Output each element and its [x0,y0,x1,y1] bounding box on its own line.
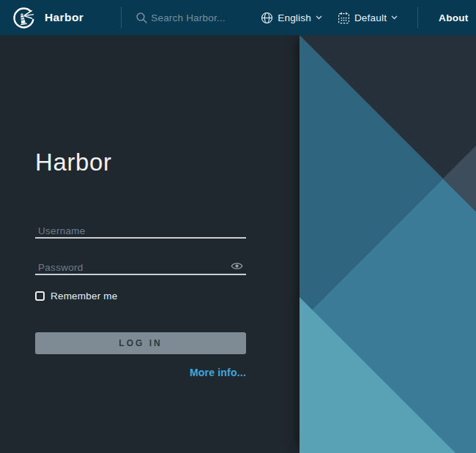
checkbox-icon [35,291,45,301]
language-dropdown[interactable]: English [261,12,322,24]
theme-dropdown[interactable]: Default [338,12,398,24]
about-link[interactable]: About [439,12,468,23]
main-area: Harbor Remember me LOG IN More info... [0,35,476,453]
top-navbar: Harbor Englis [0,0,476,35]
chevron-down-icon [391,15,398,20]
header-actions: English Default [261,7,476,29]
chevron-down-icon [316,15,322,20]
remember-me-checkbox[interactable]: Remember me [35,291,117,302]
brand-title: Harbor [45,11,83,24]
header-brand-group: Harbor [0,7,261,29]
eye-icon [231,262,243,273]
log-in-button[interactable]: LOG IN [35,332,246,354]
calendar-icon [338,12,350,24]
decorative-triangles-panel [300,35,476,453]
login-form: Harbor Remember me LOG IN More info... [35,35,246,453]
search-icon [135,12,148,24]
language-label: English [278,12,311,23]
search-input[interactable] [151,12,261,23]
more-info-link[interactable]: More info... [190,367,246,378]
password-field[interactable] [35,255,246,275]
globe-icon [261,12,273,24]
header-divider [417,7,418,29]
username-field[interactable] [35,218,246,239]
search-box [135,12,261,24]
remember-me-label: Remember me [51,291,117,302]
theme-label: Default [354,12,387,23]
show-password-button[interactable] [230,261,243,272]
login-panel: Harbor Remember me LOG IN More info... [0,35,300,453]
header-divider [121,7,122,29]
harbor-logo-icon [12,7,35,29]
triangle-art [300,35,476,453]
page-title: Harbor [35,149,111,176]
